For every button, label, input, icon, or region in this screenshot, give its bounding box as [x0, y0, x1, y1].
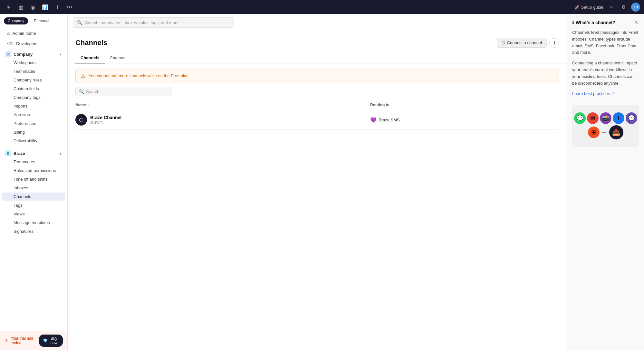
panel-close-button[interactable]: ✕	[633, 19, 639, 26]
tab-chatbots[interactable]: Chatbots	[105, 53, 132, 63]
connect-channel-button[interactable]: ⬡ Connect a channel	[497, 38, 547, 48]
grid-icon[interactable]: ⊞	[4, 3, 13, 12]
calendar-icon[interactable]: ▦	[16, 3, 25, 12]
sidebar-item-admin-home[interactable]: ⌂ Admin home	[2, 28, 65, 38]
arrow-right-icon: →	[601, 128, 608, 137]
routing-icon: 💜	[370, 117, 377, 123]
sidebar-sub-item-views[interactable]: Views	[2, 210, 65, 218]
sidebar-sub-item-imports[interactable]: Imports	[2, 102, 65, 110]
col-header-name[interactable]: Name ↑	[75, 100, 370, 110]
sidebar-sub-item-billing[interactable]: Billing	[2, 128, 65, 136]
settings-button[interactable]: ⚙	[619, 3, 628, 12]
sidebar-sub-item-tags[interactable]: Tags	[2, 201, 65, 209]
topbar-right: 🚀 Setup guide ? ⚙ ZD	[574, 3, 640, 12]
company-tab[interactable]: Company	[4, 17, 28, 24]
panel-illustration: 💬 ✉ 📸 f 💬 ⊞ → 📥	[572, 105, 639, 147]
info-icon: ℹ	[553, 40, 555, 45]
developers-label: Developers	[16, 41, 37, 46]
sidebar-item-developers[interactable]: </> Developers	[2, 39, 65, 48]
braze-logo-icon: ⬡	[79, 117, 83, 123]
trial-text: Your trial has ended	[11, 336, 37, 345]
user-icon[interactable]: ◉	[28, 3, 37, 12]
panel-title: ℹ What's a channel?	[572, 20, 615, 25]
gmail-icon: ✉	[587, 112, 599, 124]
help-icon: ?	[610, 5, 612, 10]
topbar-left: ⊞ ▦ ◉ 📊 ⫿ •••	[4, 3, 74, 12]
search-icon: 🔍	[77, 20, 82, 25]
main-content: 🔍 Channels ⬡ Connect a channel ℹ Channel…	[68, 14, 567, 350]
braze-section-left: B Braze	[5, 150, 25, 156]
channel-logo: ⬡	[75, 114, 87, 126]
warning-banner: ⚠ You cannot add more channels while on …	[75, 69, 559, 83]
warning-icon: ⚠	[5, 338, 9, 343]
sidebar-sub-item-signatures[interactable]: Signatures	[2, 227, 65, 235]
sidebar-sub-item-app-store[interactable]: App store	[2, 111, 65, 119]
admin-home-label: Admin home	[12, 31, 36, 36]
sidebar-sub-item-company-rules[interactable]: Company rules	[2, 76, 65, 84]
page-tabs: Channels Chatbots	[68, 48, 567, 63]
table-row[interactable]: ⬡ Braze Channel custom 💜	[75, 110, 559, 130]
tab-channels[interactable]: Channels	[75, 53, 105, 63]
channel-name-cell: ⬡ Braze Channel custom	[75, 114, 370, 126]
columns-icon[interactable]: ⫿	[53, 3, 62, 12]
buy-now-button[interactable]: 💎 Buy now	[39, 335, 63, 347]
learn-best-practices-link[interactable]: Learn best practices ↗	[572, 90, 639, 97]
sidebar-sub-item-custom-fields[interactable]: Custom fields	[2, 85, 65, 93]
channel-name: Braze Channel	[90, 115, 121, 120]
sidebar-sub-item-inboxes[interactable]: Inboxes	[2, 184, 65, 192]
sidebar-sub-item-time-off-shifts[interactable]: Time off and shifts	[2, 175, 65, 183]
routing-label: Braze SMS	[379, 118, 400, 122]
page-actions: ⬡ Connect a channel ℹ	[497, 38, 559, 48]
channel-info: Braze Channel custom	[90, 115, 121, 125]
diamond-icon: 💎	[43, 338, 48, 343]
company-section-label: Company	[14, 52, 33, 57]
sort-icon: ↑	[88, 103, 90, 107]
braze-section-header[interactable]: B Braze ▲	[0, 148, 67, 157]
sidebar-sub-item-message-templates[interactable]: Message templates	[2, 219, 65, 227]
target-inbox-icon: 📥	[609, 125, 623, 139]
info-button[interactable]: ℹ	[549, 38, 559, 48]
sidebar-sub-item-roles-permissions[interactable]: Roles and permissions	[2, 166, 65, 175]
warning-triangle-icon: ⚠	[81, 73, 85, 79]
company-section-left: ⊞ Company	[5, 51, 33, 57]
more-icon[interactable]: •••	[65, 3, 74, 12]
channel-search-input[interactable]	[86, 89, 168, 94]
setup-guide-label: Setup guide	[581, 5, 603, 10]
personal-tab[interactable]: Personal	[30, 17, 53, 24]
search-bar-wrapper: 🔍	[68, 14, 567, 31]
illustration-icons: 💬 ✉ 📸 f 💬 ⊞ → 📥	[572, 112, 639, 139]
avatar[interactable]: ZD	[631, 3, 640, 12]
page-title: Channels	[75, 39, 107, 47]
channel-type: custom	[90, 120, 121, 125]
info-panel: ℹ What's a channel? ✕ Channels feed mess…	[567, 14, 644, 350]
global-search-bar[interactable]: 🔍	[73, 17, 234, 28]
sidebar-sub-item-company-tags[interactable]: Company tags	[2, 93, 65, 101]
sidebar-sub-item-braze-teammates[interactable]: Teammates	[2, 158, 65, 166]
company-section-header[interactable]: ⊞ Company ▲	[0, 49, 67, 58]
setup-guide-button[interactable]: 🚀 Setup guide	[574, 5, 603, 10]
sidebar-sub-item-teammates[interactable]: Teammates	[2, 67, 65, 75]
panel-text-1: Channels feed messages into Front inboxe…	[572, 29, 639, 56]
sidebar-sub-item-channels[interactable]: Channels	[2, 193, 65, 201]
main-container: Company Personal ⌂ Admin home </> Develo…	[0, 14, 644, 350]
home-icon: ⌂	[7, 31, 10, 36]
code-icon: </>	[7, 41, 14, 46]
global-search-input[interactable]	[85, 20, 230, 25]
front-chat-icon: 💬	[626, 112, 637, 124]
chart-icon[interactable]: 📊	[41, 3, 50, 12]
sidebar-sub-item-workspaces[interactable]: Workspaces	[2, 59, 65, 67]
channel-search-bar[interactable]: 🔍	[75, 87, 172, 96]
braze-chevron-icon: ▲	[59, 152, 62, 155]
external-link-icon: ↗	[611, 90, 615, 97]
company-section-icon: ⊞	[5, 51, 11, 57]
tab-switcher: Company Personal	[0, 14, 67, 28]
panel-info-icon: ℹ	[572, 20, 574, 25]
sidebar-sub-item-deliverability[interactable]: Deliverability	[2, 137, 65, 145]
routing-cell: 💜 Braze SMS	[370, 117, 559, 123]
help-button[interactable]: ?	[607, 3, 616, 12]
sidebar-sub-item-preferences[interactable]: Preferences	[2, 119, 65, 128]
company-chevron-icon: ▲	[59, 52, 62, 56]
sidebar: Company Personal ⌂ Admin home </> Develo…	[0, 14, 68, 350]
topbar: ⊞ ▦ ◉ 📊 ⫿ ••• 🚀 Setup guide ? ⚙ ZD	[0, 0, 644, 14]
channel-content: 🔍 Name ↑ Routing to	[68, 87, 567, 350]
